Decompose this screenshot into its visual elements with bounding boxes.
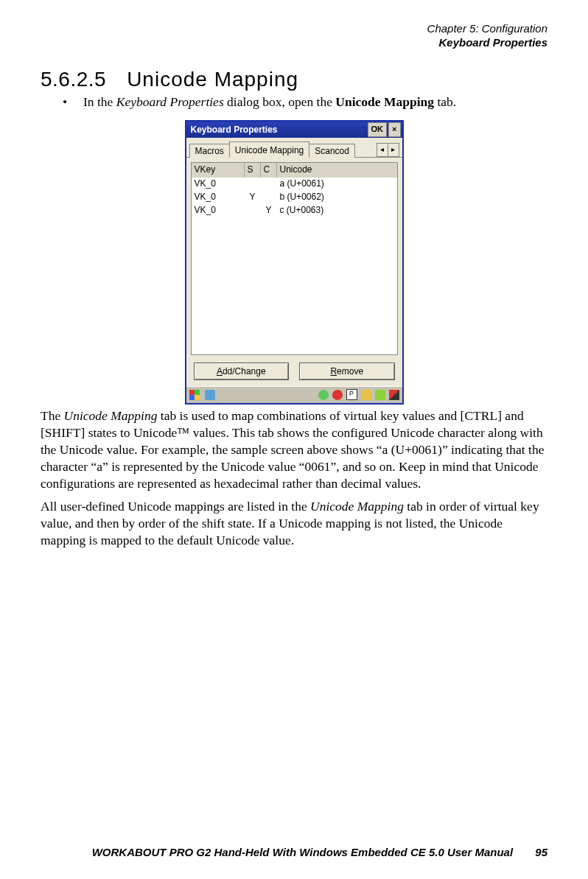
keyboard-properties-dialog: Keyboard Properties OK × Macros Unicode …: [185, 120, 404, 405]
tab-scroll-right-icon[interactable]: ▸: [388, 143, 399, 157]
bullet-marker: •: [63, 94, 70, 110]
tray-network-icon[interactable]: [318, 390, 329, 400]
instruction-bullet: • In the Keyboard Properties dialog box,…: [63, 94, 547, 110]
section-title: Unicode Mapping: [127, 68, 298, 91]
column-shift[interactable]: S: [245, 163, 261, 178]
dialog-titlebar: Keyboard Properties OK ×: [186, 122, 402, 138]
tray-stop-icon[interactable]: [332, 390, 343, 400]
ok-button[interactable]: OK: [368, 122, 388, 137]
app-icon[interactable]: [205, 390, 215, 400]
table-row[interactable]: VK_0 Y c (U+0063): [192, 204, 397, 217]
paragraph-2: All user-defined Unicode mappings are li…: [41, 498, 547, 549]
column-ctrl[interactable]: C: [261, 163, 277, 178]
tab-strip: Macros Unicode Mapping Scancod ◂ ▸: [186, 138, 402, 158]
close-button[interactable]: ×: [388, 122, 400, 137]
tray-keyboard-icon[interactable]: P: [346, 389, 357, 400]
tray-pencil-icon[interactable]: [389, 390, 399, 400]
table-row[interactable]: VK_0 Y b (U+0062): [192, 191, 397, 204]
table-row[interactable]: VK_0 a (U+0061): [192, 178, 397, 191]
start-icon[interactable]: [189, 390, 200, 400]
tab-scroll-left-icon[interactable]: ◂: [377, 143, 388, 157]
instruction-text: In the Keyboard Properties dialog box, o…: [83, 94, 456, 110]
dialog-button-row: Add/Change Remove: [186, 360, 402, 386]
footer-text: WORKABOUT PRO G2 Hand-Held With Windows …: [92, 846, 513, 858]
running-header: Chapter 5: Configuration Keyboard Proper…: [41, 22, 547, 50]
tab-scroll-nav: ◂ ▸: [377, 143, 399, 157]
column-unicode[interactable]: Unicode: [277, 163, 397, 178]
tab-scancodes[interactable]: Scancod: [309, 144, 355, 158]
taskbar: P: [186, 386, 402, 403]
dialog-title: Keyboard Properties: [191, 125, 278, 135]
paragraph-1: The Unicode Mapping tab is used to map c…: [41, 407, 547, 492]
mapping-list-header: VKey S C Unicode: [192, 163, 397, 178]
section-number: 5.6.2.5: [41, 68, 106, 91]
column-vkey[interactable]: VKey: [192, 163, 245, 178]
remove-button[interactable]: Remove: [299, 363, 395, 380]
mapping-list-body: VK_0 a (U+0061) VK_0 Y b (U+0062) VK_0 Y…: [192, 178, 397, 217]
running-footer: WORKABOUT PRO G2 Hand-Held With Windows …: [41, 846, 547, 858]
tray-power-icon[interactable]: [375, 390, 385, 400]
page-number: 95: [535, 846, 547, 858]
tab-unicode-mapping[interactable]: Unicode Mapping: [229, 141, 309, 158]
section-heading: 5.6.2.5 Unicode Mapping: [41, 68, 547, 91]
system-tray: P: [318, 389, 399, 400]
tab-macros[interactable]: Macros: [189, 144, 230, 158]
subject-line: Keyboard Properties: [41, 36, 547, 50]
mapping-list: VKey S C Unicode VK_0 a (U+0061) VK_0 Y …: [191, 162, 398, 355]
chapter-line: Chapter 5: Configuration: [41, 22, 547, 36]
add-change-button[interactable]: Add/Change: [194, 363, 290, 380]
tray-lock-icon[interactable]: [361, 390, 371, 400]
